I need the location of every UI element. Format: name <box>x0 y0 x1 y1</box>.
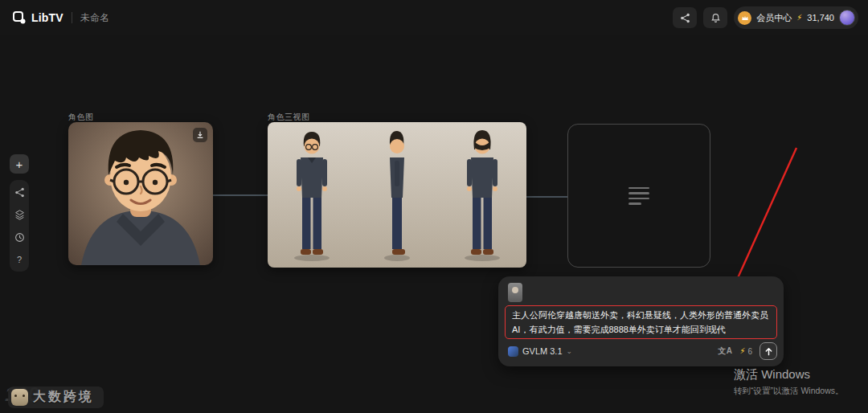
empty-output-node[interactable] <box>567 124 710 268</box>
share-button[interactable] <box>673 7 697 28</box>
prompt-footer: GVLM 3.1 ⌄ 文A ⚡ 6 <box>505 341 777 361</box>
watermark-brand-text: 大数跨境 <box>33 389 94 406</box>
character-three-view-node[interactable] <box>268 122 526 268</box>
libtv-logo-icon <box>13 11 26 24</box>
bolt-icon: ⚡ <box>796 14 802 22</box>
share-icon <box>680 13 690 23</box>
bell-icon <box>710 13 721 23</box>
toolbar-group: ? <box>10 180 29 272</box>
character-three-view-image <box>268 122 526 268</box>
translate-icon[interactable]: 文A <box>718 346 732 357</box>
topbar-divider <box>72 12 72 23</box>
bolt-icon: ⚡ <box>739 347 745 355</box>
chevron-down-icon: ⌄ <box>567 348 573 355</box>
member-center-label: 会员中心 <box>756 12 792 24</box>
app-canvas: LibTV 未命名 会员中心 ⚡ <box>0 0 868 413</box>
notifications-button[interactable] <box>703 7 727 28</box>
prompt-panel: 主人公阿伦穿越唐朝送外卖，科幻悬疑线，人类外形的普通外卖员AI，有武力值，需要完… <box>498 276 784 366</box>
generation-cost: ⚡ 6 <box>739 347 752 356</box>
windows-activation-title: 激活 Windows <box>734 367 844 382</box>
node-label-three-view: 角色三视图 <box>268 112 310 123</box>
node-label-character-image: 角色图 <box>68 112 94 123</box>
connections-button[interactable] <box>14 186 25 198</box>
prompt-input[interactable]: 主人公阿伦穿越唐朝送外卖，科幻悬疑线，人类外形的普通外卖员AI，有武力值，需要完… <box>505 305 777 339</box>
add-node-button[interactable]: + <box>10 154 29 174</box>
topbar-right: 会员中心 ⚡ 31,740 <box>673 6 858 29</box>
arrow-up-icon <box>764 347 773 356</box>
character-portrait-image <box>68 122 213 265</box>
canvas-toolbar: + ? <box>10 154 29 272</box>
watermark-logo-icon <box>11 389 28 406</box>
crown-icon <box>738 11 751 25</box>
windows-activation-subtitle: 转到“设置”以激活 Windows。 <box>734 386 844 397</box>
annotation-red-arrow <box>730 148 796 296</box>
model-icon <box>508 346 518 357</box>
reference-image-thumbnail[interactable] <box>508 283 522 302</box>
model-selector[interactable]: GVLM 3.1 ⌄ <box>505 345 575 358</box>
download-icon <box>196 131 204 139</box>
topbar: LibTV 未命名 会员中心 ⚡ <box>0 0 868 35</box>
help-button[interactable]: ? <box>14 254 25 265</box>
credits-count: 31,740 <box>807 13 834 22</box>
windows-activation-notice: 激活 Windows 转到“设置”以激活 Windows。 <box>734 367 844 397</box>
prompt-actions: 文A ⚡ 6 <box>718 342 777 360</box>
export-image-button[interactable] <box>193 128 207 142</box>
logo-group[interactable]: LibTV <box>13 11 63 24</box>
document-title[interactable]: 未命名 <box>80 11 109 25</box>
cost-value: 6 <box>747 347 752 356</box>
user-avatar[interactable] <box>839 10 855 26</box>
character-image-node[interactable] <box>68 122 213 265</box>
submit-button[interactable] <box>760 342 777 360</box>
menu-lines-icon <box>628 187 649 205</box>
app-title: LibTV <box>31 11 63 24</box>
member-center-pill[interactable]: 会员中心 ⚡ 31,740 <box>734 6 858 29</box>
watermark-badge: 大数跨境 <box>8 386 104 408</box>
history-button[interactable] <box>14 231 25 243</box>
assets-button[interactable] <box>14 209 25 220</box>
model-name: GVLM 3.1 <box>522 346 563 356</box>
